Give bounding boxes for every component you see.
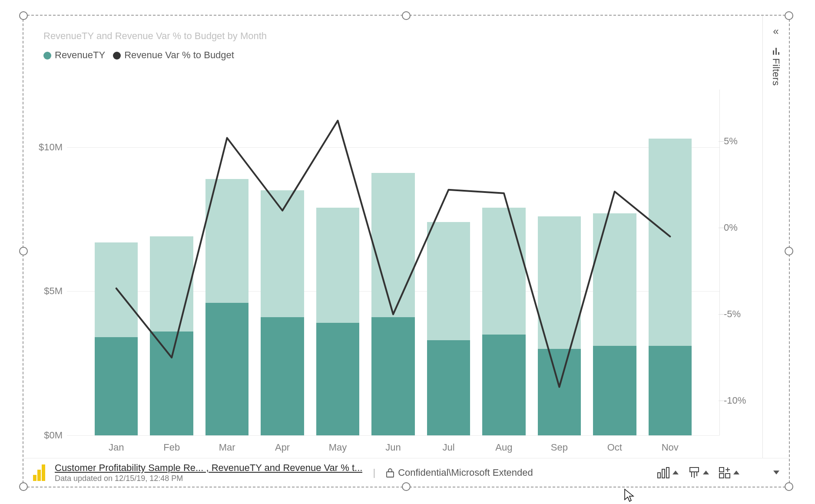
svg-rect-10	[726, 474, 730, 478]
y-left-tick-label: $5M	[32, 285, 63, 297]
filters-icon	[773, 48, 779, 55]
chart-legend: RevenueTY Revenue Var % to Budget	[43, 50, 745, 61]
breadcrumb-path[interactable]: Customer Profitability Sample Re... , Re…	[55, 462, 362, 474]
status-bar-toolbar	[657, 467, 779, 479]
visual-selection-frame[interactable]: « Filters RevenueTY and Revenue Var % to…	[23, 15, 790, 487]
filters-pane-collapsed[interactable]: « Filters	[762, 16, 789, 458]
y-right-tick-label: 0%	[724, 222, 754, 233]
breadcrumb[interactable]: Customer Profitability Sample Re... , Re…	[55, 462, 362, 484]
chevron-up-icon	[673, 471, 679, 474]
y-right-tick-label: -5%	[724, 308, 754, 320]
legend-marker-revenue-var	[113, 52, 121, 60]
mouse-cursor-icon	[624, 488, 634, 502]
expand-toolbar-button[interactable]	[773, 471, 779, 474]
line-series-revenue-var[interactable]	[116, 121, 670, 387]
svg-rect-9	[719, 474, 724, 478]
y-right-tick-label: -10%	[724, 395, 754, 406]
y-left-tick-label: $10M	[32, 142, 63, 153]
legend-marker-revenuety	[43, 52, 51, 60]
separator: |	[371, 467, 377, 478]
powerbi-logo-icon	[33, 464, 46, 481]
combo-chart-visual[interactable]: RevenueTY and Revenue Var % to Budget by…	[23, 16, 763, 458]
brush-icon	[688, 467, 700, 479]
chevron-up-icon	[733, 471, 739, 474]
lock-icon	[386, 468, 394, 477]
y-left-tick-label: $0M	[32, 430, 63, 441]
svg-rect-2	[662, 469, 665, 478]
svg-rect-0	[387, 472, 394, 477]
status-bar: Customer Profitability Sample Re... , Re…	[23, 458, 789, 487]
bar-chart-icon	[657, 467, 670, 479]
expand-filters-icon[interactable]: «	[773, 26, 779, 36]
svg-rect-3	[666, 468, 669, 478]
related-visuals-button[interactable]	[657, 467, 679, 479]
svg-rect-8	[719, 468, 724, 472]
sensitivity-label[interactable]: Confidential\Microsoft Extended	[386, 467, 533, 478]
chevron-down-icon	[773, 471, 779, 474]
chart-plot-area[interactable]: $0M$5M$10M-10%-5%0%5%JanFebMarAprMayJunJ…	[67, 90, 719, 451]
svg-rect-1	[658, 473, 660, 478]
apply-filters-button[interactable]	[688, 467, 709, 479]
data-updated-label: Data updated on 12/15/19, 12:48 PM	[55, 474, 362, 484]
chart-title: RevenueTY and Revenue Var % to Budget by…	[43, 30, 745, 42]
grid-add-icon	[719, 467, 731, 479]
legend-item-revenue-var[interactable]: Revenue Var % to Budget	[113, 50, 234, 61]
svg-rect-4	[690, 468, 699, 472]
filters-pane-label: Filters	[770, 58, 782, 86]
add-tile-button[interactable]	[719, 467, 739, 479]
legend-item-revenuety[interactable]: RevenueTY	[43, 50, 105, 61]
chevron-up-icon	[703, 471, 709, 474]
y-right-tick-label: 5%	[724, 136, 754, 147]
